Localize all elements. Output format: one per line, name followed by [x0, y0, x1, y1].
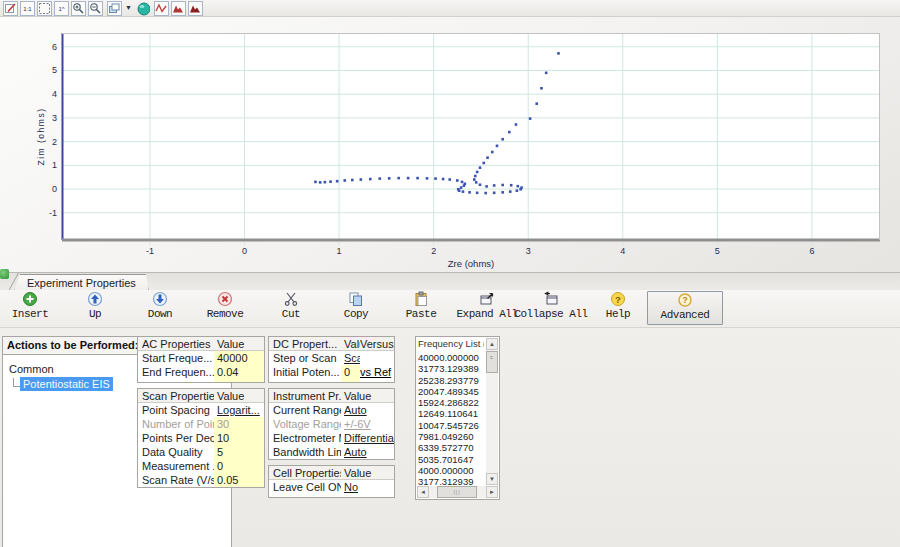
property-label: End Frequen...: [138, 365, 214, 379]
eis-application-window: 1:1 1^ ▼ -10123456-10123456Zre (ohms)Zim…: [0, 0, 900, 547]
property-section-instrument-pr-: Instrument Pr...ValueCurrent RangeAutoVo…: [268, 388, 395, 460]
property-section-scan-properties: Scan PropertiesValuePoint SpacingLogarit…: [137, 388, 265, 488]
help-question-icon: ?: [610, 291, 626, 307]
property-value[interactable]: External: [341, 494, 394, 498]
tree-item-common[interactable]: Common: [9, 363, 54, 375]
frequency-value: 4000.000000: [418, 465, 486, 476]
toolbar-button-advanced[interactable]: ?Advanced: [647, 291, 723, 325]
frequency-value: 40000.000000: [418, 352, 486, 363]
property-label: Number of Points: [138, 417, 214, 431]
nyquist-plot[interactable]: -10123456-10123456Zre (ohms)Zim (ohms): [0, 17, 900, 272]
property-value[interactable]: Differential: [341, 431, 394, 445]
frequency-value: 10047.545726: [418, 420, 486, 431]
property-section-cell-properties: Cell PropertiesValueLeave Cell ONNoCell …: [268, 465, 395, 498]
plot-section: -10123456-10123456Zre (ohms)Zim (ohms): [0, 17, 900, 272]
property-value[interactable]: 40000: [214, 351, 264, 365]
frequency-list: Frequency List (Hz) 40000.00000031773.12…: [415, 336, 500, 500]
expand-all-icon: [479, 291, 495, 307]
scroll-down-icon[interactable]: ▼: [486, 473, 498, 485]
column-header: DC Propert...: [269, 337, 341, 350]
toolbar-button-label: Up: [89, 308, 101, 320]
peak-find-icon[interactable]: [171, 1, 186, 16]
column-header: Value: [214, 337, 264, 350]
svg-text:5: 5: [52, 65, 57, 75]
sphere-icon[interactable]: [136, 1, 151, 16]
property-row: Leave Cell ONNo: [269, 480, 394, 494]
tab-label: Experiment Properties: [27, 277, 136, 289]
svg-text:0: 0: [242, 246, 247, 256]
toolbar-button-label: Remove: [207, 308, 244, 320]
property-versus[interactable]: vs Ref: [360, 365, 394, 379]
property-value[interactable]: 0.05: [214, 473, 264, 487]
property-label: Electrometer M...: [269, 431, 341, 445]
property-value[interactable]: +/-6V: [341, 417, 394, 431]
layers-icon[interactable]: [107, 1, 122, 16]
toolbar-button-remove[interactable]: Remove: [187, 291, 263, 325]
tab-experiment-properties[interactable]: Experiment Properties: [14, 274, 149, 291]
toolbar-button-collapse-all[interactable]: Collapse All: [513, 291, 589, 325]
property-row: Electrometer M...Differential: [269, 431, 394, 445]
property-value[interactable]: 10: [214, 431, 264, 445]
layers-dropdown-arrow[interactable]: ▼: [125, 4, 132, 11]
frequency-value: 5035.701647: [418, 454, 486, 465]
property-versus[interactable]: vs Ref: [360, 379, 394, 383]
collapse-all-icon: [543, 291, 559, 307]
toolbar-button-paste[interactable]: Paste: [383, 291, 459, 325]
advanced-badge-icon: ?: [677, 292, 693, 308]
property-value[interactable]: Auto: [341, 403, 394, 417]
property-value[interactable]: Scan: [341, 351, 360, 365]
frequency-vscrollbar[interactable]: ▲ ≡ ▼: [486, 338, 498, 485]
toolbar-button-label: Cut: [282, 308, 300, 320]
property-value[interactable]: 0: [341, 365, 360, 379]
vscroll-thumb[interactable]: ≡: [486, 351, 498, 373]
toolbar-button-label: Help: [606, 308, 630, 320]
zoom-out-icon[interactable]: [88, 1, 103, 16]
property-row: Final Poten...0.6vs Ref: [269, 379, 394, 383]
frequency-value: 6339.572770: [418, 442, 486, 453]
tree-item-potentiostatic-eis[interactable]: Potentiostatic EIS: [20, 377, 113, 391]
toolbar-button-help[interactable]: ?Help: [580, 291, 656, 325]
curve-overlay-icon[interactable]: [154, 1, 169, 16]
edit-note-icon[interactable]: [3, 1, 18, 16]
property-value[interactable]: 30: [214, 417, 264, 431]
zoom-custom-icon[interactable]: 1^: [54, 1, 69, 16]
property-column-2: DC Propert...ValueVersusStep or ScanScan…: [268, 336, 395, 503]
actions-panel-title: Actions to be Performed:: [3, 337, 138, 355]
hscroll-thumb[interactable]: |||: [437, 486, 477, 498]
property-row: End Frequen...0.04: [138, 365, 264, 379]
experiment-properties-panel: Actions to be Performed: Common Potentio…: [0, 328, 900, 547]
zoom-window-icon[interactable]: [37, 1, 52, 16]
property-label: Leave Cell ON: [269, 480, 341, 494]
svg-text:?: ?: [615, 294, 621, 305]
column-header: Cell Properties: [269, 466, 341, 479]
property-row: Bandwidth LimitAuto: [269, 445, 394, 459]
property-value[interactable]: 0.6: [341, 379, 360, 383]
frequency-hscrollbar[interactable]: ◄ ||| ►: [417, 486, 498, 498]
scroll-left-icon[interactable]: ◄: [417, 486, 429, 498]
property-value[interactable]: 0.04: [214, 365, 264, 379]
property-label: Voltage Range: [269, 417, 341, 431]
property-value[interactable]: 0: [214, 459, 264, 473]
property-value[interactable]: 5: [214, 445, 264, 459]
property-value[interactable]: Logarit...: [214, 403, 264, 417]
property-row: Voltage Range+/-6V: [269, 417, 394, 431]
tab-bar: Experiment Properties: [0, 272, 900, 290]
property-value[interactable]: 5: [214, 379, 264, 383]
scroll-up-icon[interactable]: ▲: [486, 338, 498, 350]
property-row: Measurement ...0: [138, 459, 264, 473]
peak-fit-icon[interactable]: [188, 1, 203, 16]
property-value[interactable]: Auto: [341, 445, 394, 459]
property-value[interactable]: No: [341, 480, 394, 494]
property-label: Amplitude (m...: [138, 379, 214, 383]
property-row: Cell to UseExternal: [269, 494, 394, 498]
property-section-dc-propert-: DC Propert...ValueVersusStep or ScanScan…: [268, 336, 395, 383]
property-label: Final Poten...: [269, 379, 341, 383]
tree-elbow-connector: [13, 378, 20, 387]
zoom-in-icon[interactable]: [71, 1, 86, 16]
zoom-one-to-one-icon[interactable]: 1:1: [20, 1, 35, 16]
remove-x-icon: [217, 291, 233, 307]
toolbar-button-label: Insert: [12, 308, 49, 320]
scroll-right-icon[interactable]: ►: [486, 486, 498, 498]
property-label: Bandwidth Limit: [269, 445, 341, 459]
toolbar-button-label: Advanced: [661, 309, 710, 321]
